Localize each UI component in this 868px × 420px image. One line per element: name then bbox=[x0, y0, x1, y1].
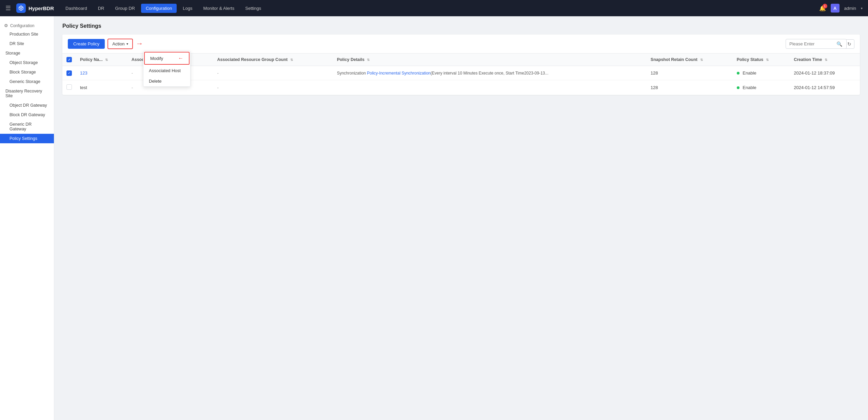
arrow-annotation-1: ← bbox=[136, 40, 143, 48]
nav-settings[interactable]: Settings bbox=[240, 4, 266, 13]
nav-group-dr[interactable]: Group DR bbox=[110, 4, 140, 13]
create-policy-button[interactable]: Create Policy bbox=[68, 39, 105, 49]
header-policy-name: Policy Na... ⇅ bbox=[76, 54, 127, 66]
search-area: 🔍 ↻ bbox=[786, 39, 854, 49]
dropdown-item-associated-host[interactable]: Associated Host bbox=[143, 65, 190, 76]
user-name[interactable]: admin bbox=[844, 6, 856, 11]
main-layout: ⚙ Configuration Production Site DR Site … bbox=[0, 16, 868, 420]
nav-dr[interactable]: DR bbox=[93, 4, 109, 13]
nav-monitor-alerts[interactable]: Monitor & Alerts bbox=[198, 4, 239, 13]
row1-status-dot bbox=[737, 72, 739, 75]
row1-policy-details-link[interactable]: Policy-Incremental Synchronization bbox=[367, 71, 430, 76]
app-logo: HyperBDR bbox=[16, 3, 54, 13]
header-associated-resource-group-count: Associated Resource Group Count ⇅ bbox=[213, 54, 333, 66]
dropdown-item-modify[interactable]: Modify ← bbox=[144, 52, 190, 65]
user-dropdown-icon[interactable]: ▾ bbox=[861, 6, 863, 10]
associated-host-label: Associated Host bbox=[149, 68, 181, 73]
sidebar-group-storage[interactable]: Storage bbox=[0, 48, 54, 58]
row1-policy-status: Enable bbox=[733, 66, 790, 80]
header-snapshot-retain-count: Snapshot Retain Count ⇅ bbox=[647, 54, 733, 66]
row1-status-label: Enable bbox=[743, 70, 756, 76]
row2-status-dot bbox=[737, 86, 739, 89]
notification-badge: 1 bbox=[823, 4, 827, 8]
row1-checkbox[interactable]: ✓ bbox=[66, 70, 72, 76]
row2-snapshot-retain-count: 128 bbox=[647, 80, 733, 95]
row2-checkbox-cell[interactable] bbox=[62, 80, 76, 95]
row1-resource-group-count: - bbox=[213, 66, 333, 80]
sidebar-item-block-dr-gateway[interactable]: Block DR Gateway bbox=[0, 110, 54, 120]
row1-policy-details-suffix: (Every interval 10 Minutes Execute once,… bbox=[431, 71, 549, 76]
row2-policy-name-text: test bbox=[80, 85, 87, 90]
header-checkbox[interactable]: ✓ bbox=[62, 54, 76, 66]
row1-policy-details: Synchronization Policy-Incremental Synch… bbox=[333, 66, 647, 80]
row2-policy-status: Enable bbox=[733, 80, 790, 95]
select-all-checkbox[interactable]: ✓ bbox=[66, 57, 72, 62]
main-content: Policy Settings Create Policy Action ▾ ←… bbox=[54, 16, 868, 420]
sidebar-item-object-storage[interactable]: Object Storage bbox=[0, 58, 54, 67]
sort-icon-policy-status[interactable]: ⇅ bbox=[766, 58, 769, 62]
app-name: HyperBDR bbox=[28, 5, 54, 11]
sort-icon-resource-group[interactable]: ⇅ bbox=[290, 58, 293, 62]
header-policy-details: Policy Details ⇅ bbox=[333, 54, 647, 66]
user-avatar: A bbox=[831, 4, 840, 13]
header-creation-time: Creation Time ⇅ bbox=[790, 54, 860, 66]
sort-icon-snapshot[interactable]: ⇅ bbox=[700, 58, 703, 62]
toolbar: Create Policy Action ▾ ← Modify ← Associ… bbox=[62, 35, 860, 54]
row1-policy-name: 123 bbox=[76, 66, 127, 80]
sort-icon-creation-time[interactable]: ⇅ bbox=[825, 58, 827, 62]
sidebar-section-configuration[interactable]: ⚙ Configuration bbox=[0, 20, 54, 29]
row2-status-label: Enable bbox=[743, 85, 756, 90]
nav-right: 🔔 1 A admin ▾ bbox=[819, 4, 863, 13]
sidebar-item-generic-storage[interactable]: Generic Storage bbox=[0, 77, 54, 86]
row1-policy-name-link[interactable]: 123 bbox=[80, 70, 87, 76]
sort-icon-policy-details[interactable]: ⇅ bbox=[367, 58, 370, 62]
configuration-icon: ⚙ bbox=[4, 23, 8, 28]
top-navigation: ☰ HyperBDR Dashboard DR Group DR Configu… bbox=[0, 0, 868, 16]
sidebar-section-label: Configuration bbox=[10, 23, 34, 28]
row1-snapshot-retain-count: 128 bbox=[647, 66, 733, 80]
action-button[interactable]: Action ▾ bbox=[107, 39, 133, 49]
dropdown-item-delete[interactable]: Delete bbox=[143, 76, 190, 86]
modify-label: Modify bbox=[150, 56, 163, 61]
row2-checkbox[interactable] bbox=[66, 84, 72, 90]
action-dropdown-menu: Modify ← Associated Host Delete bbox=[143, 51, 191, 87]
sidebar-item-dr-site[interactable]: DR Site bbox=[0, 39, 54, 48]
row2-creation-time: 2024-01-12 14:57:59 bbox=[790, 80, 860, 95]
sidebar-item-policy-settings[interactable]: Policy Settings bbox=[0, 134, 54, 143]
sidebar-group-disaster-recovery[interactable]: Disastery Recovery Site bbox=[0, 86, 54, 101]
search-button[interactable]: 🔍 bbox=[836, 41, 842, 47]
nav-configuration[interactable]: Configuration bbox=[141, 4, 177, 13]
row1-creation-time: 2024-01-12 18:37:09 bbox=[790, 66, 860, 80]
row2-policy-details bbox=[333, 80, 647, 95]
row1-policy-details-text: Synchronization bbox=[337, 71, 367, 76]
delete-label: Delete bbox=[149, 79, 162, 84]
nav-links: Dashboard DR Group DR Configuration Logs… bbox=[61, 4, 819, 13]
page-title: Policy Settings bbox=[62, 23, 860, 29]
logo-icon bbox=[16, 3, 26, 13]
dropdown-arrow-right: ← bbox=[178, 55, 183, 61]
row1-checkbox-cell[interactable]: ✓ bbox=[62, 66, 76, 80]
sidebar-item-generic-dr-gateway[interactable]: Generic DR Gateway bbox=[0, 120, 54, 134]
sort-icon-policy-name[interactable]: ⇅ bbox=[105, 58, 108, 62]
row2-resource-group-count: - bbox=[213, 80, 333, 95]
notification-bell[interactable]: 🔔 1 bbox=[819, 5, 826, 12]
sidebar-item-object-dr-gateway[interactable]: Object DR Gateway bbox=[0, 101, 54, 110]
nav-dashboard[interactable]: Dashboard bbox=[61, 4, 92, 13]
hamburger-icon[interactable]: ☰ bbox=[5, 4, 11, 12]
sidebar-item-block-storage[interactable]: Block Storage bbox=[0, 67, 54, 77]
header-policy-status: Policy Status ⇅ bbox=[733, 54, 790, 66]
policy-table-container: Create Policy Action ▾ ← Modify ← Associ… bbox=[62, 35, 860, 95]
sidebar-item-production-site[interactable]: Production Site bbox=[0, 29, 54, 39]
action-label: Action bbox=[112, 41, 124, 46]
sidebar: ⚙ Configuration Production Site DR Site … bbox=[0, 16, 54, 420]
action-dropdown-arrow: ▾ bbox=[126, 42, 128, 46]
row2-policy-name: test bbox=[76, 80, 127, 95]
nav-logs[interactable]: Logs bbox=[178, 4, 197, 13]
